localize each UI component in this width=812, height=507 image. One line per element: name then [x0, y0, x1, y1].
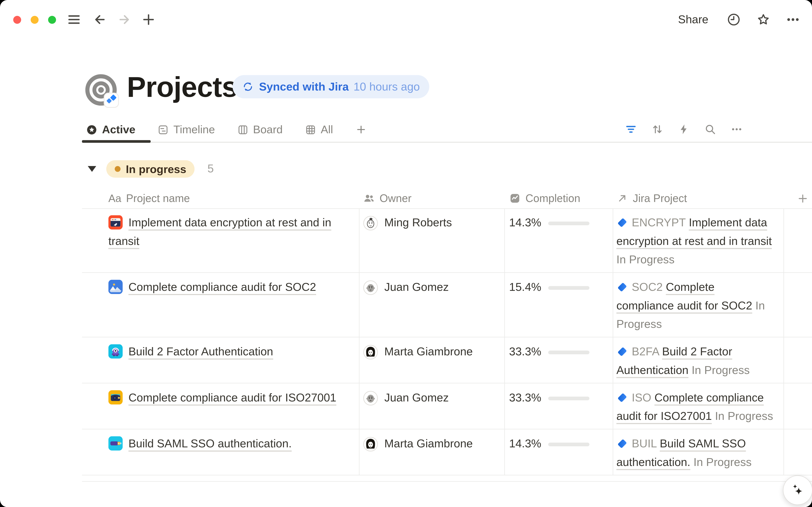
search-icon[interactable] [704, 123, 716, 135]
filter-icon[interactable] [625, 123, 637, 135]
sort-icon[interactable] [651, 123, 664, 135]
automation-bolt-icon[interactable] [678, 123, 690, 135]
add-view-icon[interactable] [355, 124, 367, 135]
arrow-up-right-icon [616, 192, 628, 204]
cell-completion[interactable]: 33.3% [505, 337, 614, 383]
cell-completion[interactable]: 14.3% [505, 208, 614, 272]
project-title-link[interactable]: Complete compliance audit for SOC2 [129, 281, 316, 294]
sync-badge-time: 10 hours ago [354, 80, 420, 94]
cell-completion[interactable]: 14.3% [505, 430, 614, 475]
jira-project-key: SOC2 [632, 281, 663, 294]
project-title-link[interactable]: Implement data encryption at rest and in… [109, 216, 331, 248]
view-toolbar [625, 123, 743, 135]
more-options-icon[interactable] [786, 12, 800, 27]
progress-bar [548, 286, 589, 290]
cell-owner[interactable]: Marta Giambrone [360, 337, 505, 383]
column-header-owner[interactable]: Owner [360, 192, 505, 205]
chart-icon [509, 192, 521, 204]
jira-project-key: B2FA [632, 345, 659, 358]
tab-board[interactable]: Board [237, 123, 283, 136]
history-clock-icon[interactable] [726, 12, 741, 27]
cell-project-name[interactable]: Complete compliance audit for SOC2 [82, 273, 360, 337]
group-status-pill[interactable]: In progress [106, 160, 195, 178]
forward-icon[interactable] [117, 13, 131, 26]
cell-project-name[interactable]: Complete compliance audit for ISO27001 [82, 384, 360, 429]
tabs-divider [82, 142, 812, 143]
cell-completion[interactable]: 15.4% [505, 273, 614, 337]
new-tab-icon[interactable] [141, 12, 156, 27]
column-label: Owner [380, 192, 412, 205]
avatar [363, 345, 378, 359]
cell-project-name[interactable]: Implement data encryption at rest and in… [82, 208, 360, 272]
add-column-icon[interactable] [797, 192, 809, 205]
column-header-project-name[interactable]: Aa Project name [82, 192, 360, 205]
cell-owner[interactable]: Marta Giambrone [360, 430, 505, 475]
tab-label: Timeline [173, 123, 215, 136]
window-controls [13, 16, 56, 24]
table-row: Build 2 Factor Authentication Marta Giam… [82, 337, 812, 384]
table-row: Complete compliance audit for SOC2 Juan … [82, 273, 812, 337]
column-header-jira-project[interactable]: Jira Project [613, 192, 784, 205]
cell-owner[interactable]: Ming Roberts [360, 208, 505, 272]
minimize-window-button[interactable] [30, 16, 39, 24]
tab-all[interactable]: All [305, 123, 333, 136]
project-title-link[interactable]: Build 2 Factor Authentication [129, 345, 273, 358]
zoom-window-button[interactable] [48, 16, 56, 24]
column-label: Jira Project [633, 192, 687, 205]
owner-name: Marta Giambrone [384, 435, 473, 453]
cell-jira-project[interactable]: BUIL Build SAML SSO authentication. In P… [613, 430, 784, 475]
column-header-completion[interactable]: Completion [505, 192, 614, 205]
tab-active[interactable]: Active [86, 123, 135, 136]
page-icon-target[interactable] [84, 73, 121, 110]
cell-empty [784, 430, 812, 475]
star-circle-icon [86, 124, 98, 135]
back-icon[interactable] [93, 13, 107, 26]
jira-status: In Progress [694, 456, 752, 468]
tab-timeline[interactable]: Timeline [158, 123, 215, 136]
owner-name: Marta Giambrone [384, 343, 473, 361]
jira-status: In Progress [692, 364, 750, 377]
board-icon [237, 124, 248, 135]
cell-project-name[interactable]: Build 2 Factor Authentication [82, 337, 360, 383]
jira-sync-badge[interactable]: Synced with Jira 10 hours ago [233, 75, 429, 98]
favorite-star-icon[interactable] [756, 12, 771, 27]
completion-value: 33.3% [509, 343, 541, 361]
jira-diamond-icon [616, 345, 628, 356]
table-row: Build SAML SSO authentication. Marta Gia… [82, 430, 812, 475]
cell-jira-project[interactable]: ISO Complete compliance audit for ISO270… [613, 384, 784, 429]
sync-badge-label: Synced with Jira [259, 80, 349, 94]
view-more-icon[interactable] [731, 123, 743, 135]
cell-owner[interactable]: Juan Gomez [360, 384, 505, 429]
cell-project-name[interactable]: Build SAML SSO authentication. [82, 430, 360, 475]
cell-owner[interactable]: Juan Gomez [360, 273, 505, 337]
cell-completion[interactable]: 33.3% [505, 384, 614, 429]
cell-jira-project[interactable]: ENCRYPT Implement data encryption at res… [613, 208, 784, 272]
avatar [363, 437, 378, 452]
close-window-button[interactable] [13, 16, 21, 24]
share-button[interactable]: Share [678, 13, 708, 26]
completion-value: 14.3% [509, 435, 541, 453]
sidebar-menu-icon[interactable] [67, 12, 81, 27]
jira-project-key: ENCRYPT [632, 216, 686, 229]
project-title-link[interactable]: Build SAML SSO authentication. [129, 437, 292, 450]
collapse-group-icon[interactable] [88, 166, 96, 172]
progress-bar [548, 396, 589, 400]
project-emoji-icon [109, 280, 123, 294]
jira-project-key: BUIL [632, 437, 657, 450]
project-emoji-icon [109, 390, 123, 405]
text-property-icon: Aa [109, 192, 121, 205]
cell-jira-project[interactable]: B2FA Build 2 Factor Authentication In Pr… [613, 337, 784, 383]
cell-empty [784, 337, 812, 383]
table-body: Implement data encryption at rest and in… [82, 208, 812, 482]
tab-label: Board [253, 123, 283, 136]
table-header: Aa Project name Owner Completion Jira P [82, 188, 812, 209]
project-emoji-icon [109, 436, 123, 451]
sparkle-icon [789, 482, 806, 499]
project-title-link[interactable]: Complete compliance audit for ISO27001 [129, 391, 336, 404]
notion-ai-button[interactable] [783, 475, 812, 505]
progress-bar [548, 442, 589, 446]
completion-value: 15.4% [509, 278, 541, 297]
cell-jira-project[interactable]: SOC2 Complete compliance audit for SOC2 … [613, 273, 784, 337]
progress-bar [548, 350, 589, 354]
table-row: Complete compliance audit for ISO27001 J… [82, 384, 812, 430]
